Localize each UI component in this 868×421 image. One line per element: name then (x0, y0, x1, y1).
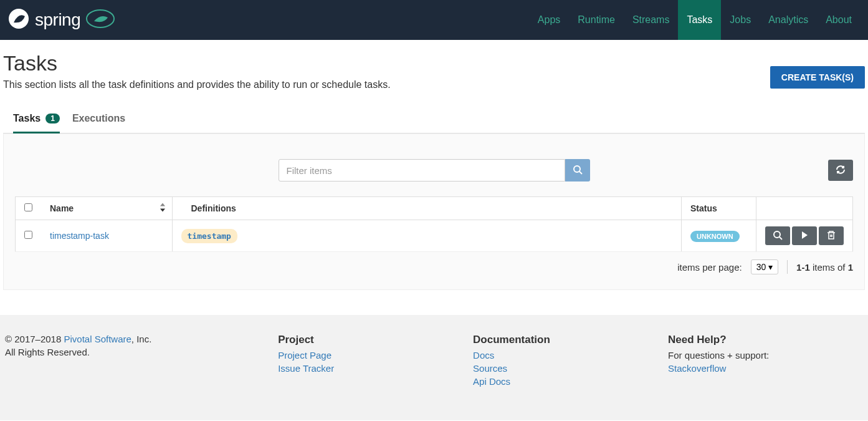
status-badge: UNKNOWN (690, 231, 740, 242)
svg-line-5 (780, 237, 782, 240)
footer-legal: © 2017–2018 Pivotal Software, Inc. All R… (5, 334, 278, 389)
view-details-button[interactable] (765, 226, 790, 245)
footer-help: Need Help? For questions + support: Stac… (668, 334, 863, 389)
nav-runtime[interactable]: Runtime (569, 0, 624, 40)
rights-text: All Rights Reserved. (5, 347, 278, 357)
tabs: Tasks 1 Executions (3, 108, 865, 133)
search-icon (773, 230, 783, 242)
row-checkbox[interactable] (24, 231, 32, 239)
tasks-table: Name Definitions Status timestamp-task t… (15, 196, 853, 252)
pagination: items per page: 30 ▾ 1-1 items of 1 (15, 259, 853, 274)
pagination-info: 1-1 items of 1 (796, 262, 853, 273)
nav-tasks[interactable]: Tasks (678, 0, 721, 40)
stackoverflow-link[interactable]: Stackoverflow (668, 363, 863, 374)
tab-executions[interactable]: Executions (72, 108, 125, 133)
docs-link[interactable]: Docs (473, 350, 668, 361)
leaf-icon (85, 7, 115, 32)
play-icon (799, 230, 809, 242)
footer-documentation: Documentation Docs Sources Api Docs (473, 334, 668, 389)
chevron-down-icon: ▾ (768, 262, 773, 272)
nav-streams[interactable]: Streams (624, 0, 679, 40)
trash-icon (826, 230, 836, 242)
page-title: Tasks (3, 51, 391, 75)
sources-link[interactable]: Sources (473, 363, 668, 374)
header-definitions: Definitions (172, 197, 682, 220)
nav-about[interactable]: About (817, 0, 861, 40)
per-page-label: items per page: (677, 262, 742, 273)
filter-row (15, 159, 853, 181)
footer: © 2017–2018 Pivotal Software, Inc. All R… (0, 315, 868, 420)
tasks-count-badge: 1 (45, 114, 60, 123)
refresh-button[interactable] (828, 160, 853, 181)
task-name-link[interactable]: timestamp-task (50, 231, 109, 241)
create-task-button[interactable]: CREATE TASK(S) (770, 66, 865, 89)
brand[interactable]: spring (7, 7, 115, 32)
tab-tasks[interactable]: Tasks 1 (13, 108, 60, 133)
filter-input[interactable] (279, 159, 565, 181)
tasks-panel: Name Definitions Status timestamp-task t… (3, 133, 865, 290)
documentation-heading: Documentation (473, 334, 668, 346)
nav-apps[interactable]: Apps (529, 0, 569, 40)
page-description: This section lists all the task definiti… (3, 79, 391, 90)
navbar: spring Apps Runtime Streams Tasks Jobs A… (0, 0, 868, 40)
divider (787, 260, 788, 274)
per-page-select[interactable]: 30 ▾ (751, 259, 778, 274)
project-heading: Project (278, 334, 473, 346)
sort-icon[interactable] (160, 203, 166, 214)
select-all-checkbox[interactable] (24, 203, 32, 211)
main-content: Tasks This section lists all the task de… (0, 40, 868, 315)
spring-logo-icon (7, 7, 30, 32)
pivotal-link[interactable]: Pivotal Software (64, 334, 131, 344)
svg-line-3 (579, 172, 582, 174)
svg-point-4 (774, 231, 780, 238)
brand-text: spring (35, 10, 80, 30)
launch-button[interactable] (792, 226, 817, 245)
search-icon (573, 165, 583, 177)
header-name[interactable]: Name (50, 203, 74, 213)
page-header: Tasks This section lists all the task de… (3, 51, 865, 90)
definition-tag: timestamp (181, 229, 237, 243)
svg-point-2 (574, 166, 580, 172)
help-text: For questions + support: (668, 350, 863, 361)
issue-tracker-link[interactable]: Issue Tracker (278, 363, 473, 374)
help-heading: Need Help? (668, 334, 863, 346)
table-row: timestamp-task timestamp UNKNOWN (16, 220, 853, 252)
header-status: Status (682, 197, 756, 220)
delete-button[interactable] (819, 226, 844, 245)
api-docs-link[interactable]: Api Docs (473, 376, 668, 387)
refresh-icon (836, 165, 846, 177)
nav-analytics[interactable]: Analytics (760, 0, 817, 40)
tab-tasks-label: Tasks (13, 113, 41, 124)
project-page-link[interactable]: Project Page (278, 350, 473, 361)
nav-links: Apps Runtime Streams Tasks Jobs Analytic… (529, 0, 861, 40)
filter-search-button[interactable] (565, 159, 590, 181)
nav-jobs[interactable]: Jobs (721, 0, 760, 40)
footer-project: Project Project Page Issue Tracker (278, 334, 473, 389)
